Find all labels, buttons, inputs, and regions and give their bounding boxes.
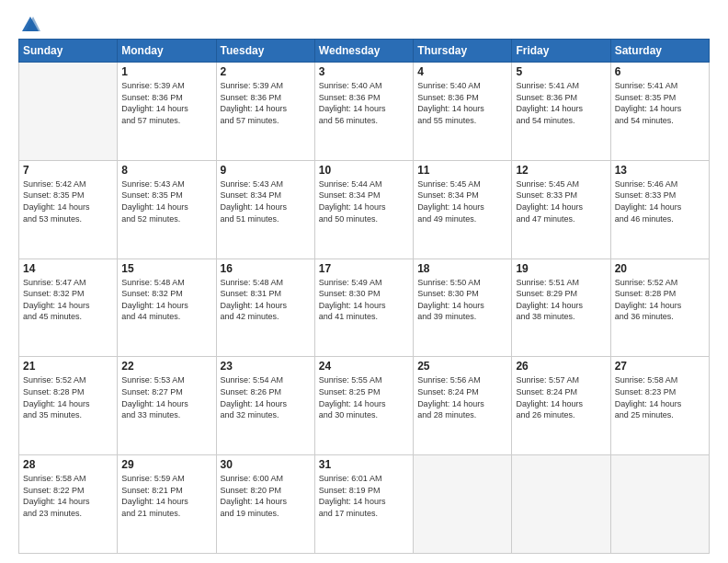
table-row: 7Sunrise: 5:42 AM Sunset: 8:35 PM Daylig… — [19, 160, 118, 259]
day-number: 1 — [121, 65, 211, 78]
header-thursday: Thursday — [414, 40, 512, 63]
cell-content: Sunrise: 5:55 AM Sunset: 8:25 PM Dayligh… — [319, 374, 409, 420]
cell-content: Sunrise: 6:01 AM Sunset: 8:19 PM Dayligh… — [319, 473, 409, 519]
calendar-week-row: 21Sunrise: 5:52 AM Sunset: 8:28 PM Dayli… — [19, 357, 710, 455]
cell-content: Sunrise: 5:41 AM Sunset: 8:36 PM Dayligh… — [516, 80, 606, 126]
logo — [18, 15, 40, 31]
day-number: 31 — [319, 458, 409, 471]
cell-content: Sunrise: 5:58 AM Sunset: 8:23 PM Dayligh… — [615, 374, 705, 420]
table-row: 26Sunrise: 5:57 AM Sunset: 8:24 PM Dayli… — [512, 357, 610, 455]
day-number: 19 — [516, 262, 606, 275]
table-row: 8Sunrise: 5:43 AM Sunset: 8:35 PM Daylig… — [118, 160, 216, 259]
day-number: 29 — [121, 458, 211, 471]
table-row: 20Sunrise: 5:52 AM Sunset: 8:28 PM Dayli… — [610, 259, 709, 357]
day-number: 5 — [516, 65, 606, 78]
table-row: 27Sunrise: 5:58 AM Sunset: 8:23 PM Dayli… — [610, 357, 709, 455]
table-row: 14Sunrise: 5:47 AM Sunset: 8:32 PM Dayli… — [19, 259, 118, 357]
table-row: 4Sunrise: 5:40 AM Sunset: 8:36 PM Daylig… — [414, 63, 512, 161]
table-row: 6Sunrise: 5:41 AM Sunset: 8:35 PM Daylig… — [610, 63, 709, 161]
cell-content: Sunrise: 5:47 AM Sunset: 8:32 PM Dayligh… — [23, 277, 113, 323]
table-row: 30Sunrise: 6:00 AM Sunset: 8:20 PM Dayli… — [216, 455, 314, 554]
table-row — [414, 455, 512, 554]
cell-content: Sunrise: 5:43 AM Sunset: 8:35 PM Dayligh… — [121, 178, 211, 224]
table-row: 13Sunrise: 5:46 AM Sunset: 8:33 PM Dayli… — [610, 160, 709, 259]
day-number: 8 — [121, 164, 211, 177]
table-row: 31Sunrise: 6:01 AM Sunset: 8:19 PM Dayli… — [314, 455, 413, 554]
day-number: 24 — [319, 360, 409, 373]
calendar-week-row: 14Sunrise: 5:47 AM Sunset: 8:32 PM Dayli… — [19, 259, 710, 357]
table-row: 5Sunrise: 5:41 AM Sunset: 8:36 PM Daylig… — [512, 63, 610, 161]
day-number: 7 — [23, 164, 113, 177]
cell-content: Sunrise: 5:57 AM Sunset: 8:24 PM Dayligh… — [516, 374, 606, 420]
cell-content: Sunrise: 5:52 AM Sunset: 8:28 PM Dayligh… — [23, 374, 113, 420]
day-number: 11 — [417, 164, 507, 177]
day-number: 21 — [23, 360, 113, 373]
cell-content: Sunrise: 5:43 AM Sunset: 8:34 PM Dayligh… — [221, 178, 311, 224]
cell-content: Sunrise: 6:00 AM Sunset: 8:20 PM Dayligh… — [221, 473, 311, 519]
table-row: 16Sunrise: 5:48 AM Sunset: 8:31 PM Dayli… — [216, 259, 314, 357]
table-row — [610, 455, 709, 554]
cell-content: Sunrise: 5:42 AM Sunset: 8:35 PM Dayligh… — [23, 178, 113, 224]
header-sunday: Sunday — [19, 40, 118, 63]
day-number: 25 — [417, 360, 507, 373]
table-row: 22Sunrise: 5:53 AM Sunset: 8:27 PM Dayli… — [118, 357, 216, 455]
calendar-week-row: 1Sunrise: 5:39 AM Sunset: 8:36 PM Daylig… — [19, 63, 710, 161]
cell-content: Sunrise: 5:45 AM Sunset: 8:34 PM Dayligh… — [417, 178, 507, 224]
cell-content: Sunrise: 5:50 AM Sunset: 8:30 PM Dayligh… — [417, 277, 507, 323]
cell-content: Sunrise: 5:52 AM Sunset: 8:28 PM Dayligh… — [615, 277, 705, 323]
table-row: 28Sunrise: 5:58 AM Sunset: 8:22 PM Dayli… — [19, 455, 118, 554]
cell-content: Sunrise: 5:54 AM Sunset: 8:26 PM Dayligh… — [221, 374, 311, 420]
header-wednesday: Wednesday — [314, 40, 413, 63]
table-row: 15Sunrise: 5:48 AM Sunset: 8:32 PM Dayli… — [118, 259, 216, 357]
day-number: 26 — [516, 360, 606, 373]
day-number: 27 — [615, 360, 705, 373]
day-number: 3 — [319, 65, 409, 78]
table-row: 10Sunrise: 5:44 AM Sunset: 8:34 PM Dayli… — [314, 160, 413, 259]
day-number: 10 — [319, 164, 409, 177]
header-saturday: Saturday — [610, 40, 709, 63]
day-number: 9 — [221, 164, 311, 177]
cell-content: Sunrise: 5:40 AM Sunset: 8:36 PM Dayligh… — [417, 80, 507, 126]
header — [18, 15, 710, 31]
cell-content: Sunrise: 5:39 AM Sunset: 8:36 PM Dayligh… — [221, 80, 311, 126]
table-row: 12Sunrise: 5:45 AM Sunset: 8:33 PM Dayli… — [512, 160, 610, 259]
table-row — [19, 63, 118, 161]
day-number: 22 — [121, 360, 211, 373]
day-number: 2 — [221, 65, 311, 78]
day-number: 20 — [615, 262, 705, 275]
calendar-week-row: 28Sunrise: 5:58 AM Sunset: 8:22 PM Dayli… — [19, 455, 710, 554]
day-number: 6 — [615, 65, 705, 78]
cell-content: Sunrise: 5:51 AM Sunset: 8:29 PM Dayligh… — [516, 277, 606, 323]
table-row: 17Sunrise: 5:49 AM Sunset: 8:30 PM Dayli… — [314, 259, 413, 357]
table-row: 2Sunrise: 5:39 AM Sunset: 8:36 PM Daylig… — [216, 63, 314, 161]
header-monday: Monday — [118, 40, 216, 63]
cell-content: Sunrise: 5:48 AM Sunset: 8:32 PM Dayligh… — [121, 277, 211, 323]
day-number: 17 — [319, 262, 409, 275]
cell-content: Sunrise: 5:40 AM Sunset: 8:36 PM Dayligh… — [319, 80, 409, 126]
calendar-header-row: Sunday Monday Tuesday Wednesday Thursday… — [19, 40, 710, 63]
table-row: 25Sunrise: 5:56 AM Sunset: 8:24 PM Dayli… — [414, 357, 512, 455]
table-row: 24Sunrise: 5:55 AM Sunset: 8:25 PM Dayli… — [314, 357, 413, 455]
cell-content: Sunrise: 5:58 AM Sunset: 8:22 PM Dayligh… — [23, 473, 113, 519]
cell-content: Sunrise: 5:53 AM Sunset: 8:27 PM Dayligh… — [121, 374, 211, 420]
table-row: 3Sunrise: 5:40 AM Sunset: 8:36 PM Daylig… — [314, 63, 413, 161]
cell-content: Sunrise: 5:46 AM Sunset: 8:33 PM Dayligh… — [615, 178, 705, 224]
cell-content: Sunrise: 5:56 AM Sunset: 8:24 PM Dayligh… — [417, 374, 507, 420]
day-number: 13 — [615, 164, 705, 177]
page: Sunday Monday Tuesday Wednesday Thursday… — [0, 0, 728, 563]
cell-content: Sunrise: 5:48 AM Sunset: 8:31 PM Dayligh… — [221, 277, 311, 323]
day-number: 15 — [121, 262, 211, 275]
day-number: 16 — [221, 262, 311, 275]
table-row: 23Sunrise: 5:54 AM Sunset: 8:26 PM Dayli… — [216, 357, 314, 455]
day-number: 18 — [417, 262, 507, 275]
day-number: 28 — [23, 458, 113, 471]
table-row: 19Sunrise: 5:51 AM Sunset: 8:29 PM Dayli… — [512, 259, 610, 357]
day-number: 23 — [221, 360, 311, 373]
day-number: 14 — [23, 262, 113, 275]
cell-content: Sunrise: 5:41 AM Sunset: 8:35 PM Dayligh… — [615, 80, 705, 126]
cell-content: Sunrise: 5:49 AM Sunset: 8:30 PM Dayligh… — [319, 277, 409, 323]
cell-content: Sunrise: 5:44 AM Sunset: 8:34 PM Dayligh… — [319, 178, 409, 224]
table-row: 21Sunrise: 5:52 AM Sunset: 8:28 PM Dayli… — [19, 357, 118, 455]
day-number: 4 — [417, 65, 507, 78]
day-number: 12 — [516, 164, 606, 177]
